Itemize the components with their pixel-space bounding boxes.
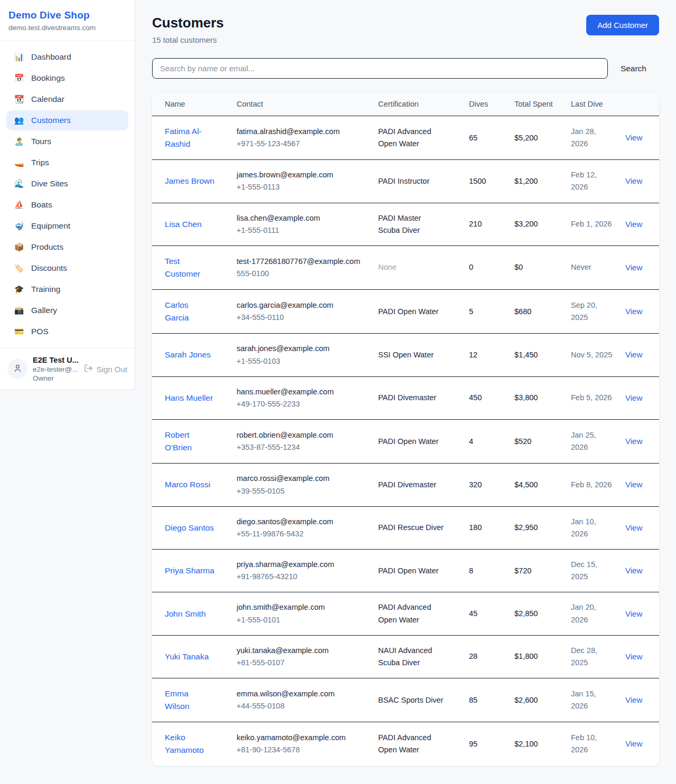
- customer-name-link[interactable]: Emma Wilson: [165, 687, 214, 713]
- view-link[interactable]: View: [625, 263, 642, 272]
- customer-contact: lisa.chen@example.com +1-555-0111: [230, 203, 372, 245]
- view-link[interactable]: View: [625, 652, 642, 661]
- view-link[interactable]: View: [625, 307, 642, 316]
- customer-email: sarah.jones@example.com: [237, 343, 365, 355]
- search-input[interactable]: [152, 58, 608, 79]
- customer-name-link[interactable]: Carlos Garcia: [165, 299, 214, 324]
- customer-name-link[interactable]: Fatima Al-Rashid: [165, 125, 214, 150]
- customer-certification: PADI Advanced Open Water: [372, 592, 463, 635]
- column-header: Name: [152, 92, 230, 116]
- customer-contact: emma.wilson@example.com +44-555-0108: [230, 678, 372, 722]
- customer-name-link[interactable]: Yuki Tanaka: [165, 650, 209, 663]
- customers-table-card: NameContactCertificationDivesTotal Spent…: [152, 92, 659, 766]
- customer-contact: james.brown@example.com +1-555-0113: [230, 160, 372, 203]
- customer-dives: 12: [463, 334, 508, 376]
- view-link[interactable]: View: [625, 609, 642, 618]
- customer-contact: keiko.yamamoto@example.com +81-90-1234-5…: [230, 722, 372, 766]
- customer-total-spent: $5,200: [508, 116, 565, 160]
- sidebar-item-label: Training: [31, 285, 60, 294]
- sidebar-item-boats[interactable]: ⛵ Boats: [6, 195, 128, 215]
- view-link[interactable]: View: [625, 220, 642, 229]
- customer-dives: 4: [463, 420, 508, 464]
- sidebar-item-label: Equipment: [31, 221, 70, 231]
- view-link[interactable]: View: [625, 133, 642, 142]
- view-link[interactable]: View: [625, 695, 642, 704]
- customer-name-link[interactable]: John Smith: [165, 608, 206, 620]
- view-link[interactable]: View: [625, 437, 642, 446]
- customer-last-dive: Feb 12, 2026: [565, 160, 619, 203]
- customer-name-link[interactable]: James Brown: [165, 175, 214, 187]
- nav-icon: 📅: [14, 73, 24, 83]
- sidebar-item-dive-sites[interactable]: 🌊 Dive Sites: [6, 174, 128, 194]
- customer-dives: 0: [463, 245, 508, 289]
- customer-name-link[interactable]: Robert O'Brien: [165, 429, 214, 454]
- customer-email: robert.obrien@example.com: [237, 429, 365, 441]
- sidebar-item-label: Dashboard: [31, 52, 71, 62]
- customer-phone: +39-555-0105: [237, 485, 365, 497]
- sign-out-button[interactable]: Sign Out: [84, 364, 127, 374]
- sidebar-item-dashboard[interactable]: 📊 Dashboard: [6, 47, 128, 67]
- view-link[interactable]: View: [625, 523, 642, 532]
- sidebar-item-pos[interactable]: 💳 POS: [6, 322, 128, 342]
- nav-icon: 👥: [14, 116, 24, 125]
- customer-email: marco.rossi@example.com: [237, 473, 365, 485]
- sidebar-item-training[interactable]: 🎓 Training: [6, 279, 128, 299]
- main-content: Customers 15 total customers Add Custome…: [135, 0, 676, 784]
- page-header: Customers 15 total customers Add Custome…: [152, 15, 659, 44]
- column-header: Last Dive: [565, 92, 619, 116]
- customer-phone: +34-555-0110: [237, 311, 365, 324]
- sidebar-item-gallery[interactable]: 📸 Gallery: [6, 300, 128, 320]
- sidebar-item-products[interactable]: 📦 Products: [6, 237, 128, 257]
- customer-last-dive: Feb 1, 2026: [565, 203, 619, 245]
- customer-phone: +1-555-0103: [237, 355, 365, 367]
- customer-name-link[interactable]: Diego Santos: [165, 522, 214, 534]
- customer-name-link[interactable]: Marco Rossi: [165, 478, 210, 491]
- customer-name-link[interactable]: Priya Sharma: [165, 564, 214, 577]
- view-link[interactable]: View: [625, 739, 642, 748]
- sidebar-item-bookings[interactable]: 📅 Bookings: [6, 68, 128, 88]
- customer-name-link[interactable]: Keiko Yamamoto: [165, 731, 214, 757]
- sidebar-item-discounts[interactable]: 🏷️ Discounts: [6, 258, 128, 278]
- search-button[interactable]: Search: [608, 64, 659, 73]
- sign-out-label: Sign Out: [97, 365, 127, 374]
- customer-contact: john.smith@example.com +1-555-0101: [230, 592, 372, 635]
- customer-last-dive: Feb 5, 2026: [565, 376, 619, 419]
- page-title-block: Customers 15 total customers: [152, 15, 224, 44]
- sidebar-item-calendar[interactable]: 📆 Calendar: [6, 89, 128, 109]
- sidebar-item-customers[interactable]: 👥 Customers: [6, 110, 128, 130]
- customer-email: carlos.garcia@example.com: [237, 299, 365, 311]
- customer-total-spent: $2,100: [508, 722, 565, 766]
- view-link[interactable]: View: [625, 176, 642, 185]
- sidebar-item-equipment[interactable]: 🤿 Equipment: [6, 216, 128, 236]
- sidebar-item-label: Bookings: [31, 73, 65, 83]
- nav-icon: 📦: [14, 242, 24, 252]
- sidebar-item-label: Dive Sites: [31, 179, 68, 188]
- customer-name-link[interactable]: Sarah Jones: [165, 348, 211, 361]
- sidebar-item-tours[interactable]: 🏝️ Tours: [6, 131, 128, 152]
- customer-email: emma.wilson@example.com: [237, 688, 365, 700]
- customer-dives: 5: [463, 290, 508, 334]
- customer-phone: +1-555-0101: [237, 614, 365, 626]
- shop-domain: demo.test.divestreams.com: [8, 24, 126, 32]
- customer-total-spent: $1,450: [508, 334, 565, 376]
- sidebar-item-trips[interactable]: 🚤 Trips: [6, 153, 128, 173]
- customer-contact: test-1772681807767@example.com 555-0100: [230, 245, 372, 289]
- customers-table: NameContactCertificationDivesTotal Spent…: [152, 92, 659, 766]
- customer-total-spent: $2,950: [508, 506, 565, 549]
- customer-total-spent: $520: [508, 420, 565, 464]
- customer-name-link[interactable]: Lisa Chen: [165, 218, 202, 231]
- customer-phone: +81-90-1234-5678: [237, 744, 365, 756]
- table-row: Priya Sharma priya.sharma@example.com +9…: [152, 550, 659, 592]
- view-link[interactable]: View: [625, 566, 642, 575]
- sidebar-item-label: POS: [31, 327, 49, 336]
- view-link[interactable]: View: [625, 480, 642, 489]
- view-link[interactable]: View: [625, 393, 642, 402]
- customer-name-link[interactable]: Test Customer: [165, 255, 214, 280]
- add-customer-button[interactable]: Add Customer: [586, 15, 659, 35]
- customer-email: lisa.chen@example.com: [237, 212, 365, 224]
- customer-contact: sarah.jones@example.com +1-555-0103: [230, 334, 372, 376]
- customer-name-link[interactable]: Hans Mueller: [165, 392, 213, 404]
- view-link[interactable]: View: [625, 350, 642, 359]
- nav-icon: 🏷️: [14, 263, 24, 273]
- sidebar-item-label: Tours: [31, 137, 51, 146]
